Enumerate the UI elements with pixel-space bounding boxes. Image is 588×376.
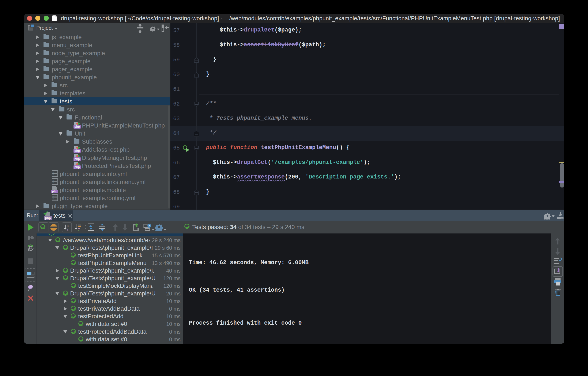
svg-text:!: !: [32, 236, 33, 240]
svg-text:a: a: [67, 224, 69, 228]
svg-text:z: z: [67, 228, 68, 231]
